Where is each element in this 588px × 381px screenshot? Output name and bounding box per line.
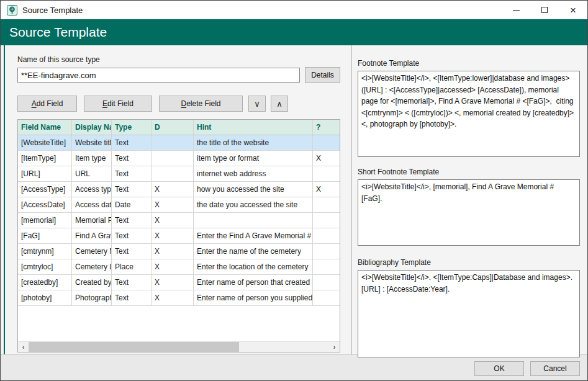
scroll-right-button[interactable]: ›: [329, 342, 340, 352]
table-cell: [cmtrynm]: [18, 244, 72, 259]
table-cell: Cemetery Na: [72, 244, 112, 259]
table-cell: Enter the location of the cemetery: [194, 259, 313, 274]
table-cell: [WebsiteTitle]: [18, 135, 72, 150]
short-footnote-template-label: Short Footnote Template: [358, 168, 580, 176]
chevron-down-icon: ∨: [254, 99, 260, 109]
table-cell: [313, 244, 340, 259]
source-template-dialog: Source Template × Source Template Name o…: [0, 0, 588, 381]
table-cell: the title of the website: [194, 135, 313, 150]
table-cell: X: [152, 275, 194, 290]
table-cell: internet web address: [194, 166, 313, 181]
table-cell: X: [152, 290, 194, 305]
table-cell: X: [152, 182, 194, 197]
cancel-button[interactable]: Cancel: [530, 361, 580, 376]
table-row[interactable]: [createdby]Created byTextXEnter name of …: [18, 275, 340, 290]
table-cell: [cmtryloc]: [18, 259, 72, 274]
horizontal-scrollbar[interactable]: ‹ ›: [18, 341, 340, 352]
column-header: Field Name: [18, 120, 72, 135]
table-row[interactable]: [ItemType]Item typeTextitem type or form…: [18, 151, 340, 166]
table-cell: [photoby]: [18, 290, 72, 305]
table-cell: [313, 135, 340, 150]
table-row[interactable]: [FaG]Find A GraveTextXEnter the Find A G…: [18, 228, 340, 244]
table-cell: [152, 135, 194, 150]
table-cell: Date: [112, 197, 152, 212]
move-field-up-button[interactable]: ∧: [271, 96, 288, 112]
table-cell: X: [152, 244, 194, 259]
table-cell: Text: [112, 275, 152, 290]
table-cell: [313, 275, 340, 290]
table-empty-area: [18, 306, 340, 341]
edit-field-button[interactable]: Edit Field: [84, 96, 152, 112]
move-field-down-button[interactable]: ∨: [248, 96, 266, 112]
table-cell: Enter the name of the cemetery: [194, 244, 313, 259]
templates-pane: Footnote Template <i>[WebsiteTitle]</i>,…: [352, 45, 587, 354]
table-cell: X: [152, 197, 194, 212]
footnote-template-input[interactable]: <i>[WebsiteTitle]</i>, <[ItemType:lower]…: [358, 71, 580, 157]
table-row[interactable]: [memorial]Memorial PaTextX: [18, 213, 340, 228]
table-row[interactable]: [URL]URLTextinternet web address: [18, 166, 340, 182]
table-cell: Memorial Pa: [72, 213, 112, 228]
scrollbar-track[interactable]: [29, 342, 329, 352]
footnote-template-label: Footnote Template: [358, 59, 580, 68]
table-body: [WebsiteTitle]Website titleTextthe title…: [18, 135, 340, 306]
table-cell: Cemetery Lo: [72, 259, 112, 274]
window-title: Source Template: [22, 6, 502, 15]
table-cell: [313, 259, 340, 274]
table-cell: Enter name of person that created m: [194, 275, 313, 290]
close-button[interactable]: ×: [559, 1, 587, 19]
bibliography-template-input[interactable]: <i>[WebsiteTitle]</i>. <[ItemType:Caps]|…: [358, 270, 580, 357]
short-footnote-template-input[interactable]: <i>[WebsiteTitle]</i>, [memorial], Find …: [358, 179, 580, 246]
table-cell: [152, 166, 194, 181]
table-cell: URL: [72, 166, 112, 181]
table-cell: Text: [112, 135, 152, 150]
table-cell: [AccessType]: [18, 182, 72, 197]
table-cell: Text: [112, 244, 152, 259]
source-type-name-input[interactable]: [17, 68, 300, 83]
table-cell: Text: [112, 228, 152, 243]
table-cell: the date you accessed the site: [194, 197, 313, 212]
content-area: Name of this source type Details Add Fie…: [1, 45, 587, 354]
table-cell: X: [152, 259, 194, 274]
source-type-name-label: Name of this source type: [17, 55, 340, 64]
table-cell: Access date: [72, 197, 112, 212]
table-header-row: Field NameDisplay NameTypeDHint?: [18, 120, 340, 135]
table-cell: Photograph: [72, 290, 112, 305]
minimize-button[interactable]: [502, 1, 530, 19]
table-cell: [AccessDate]: [18, 197, 72, 212]
delete-field-button[interactable]: Delete Field: [159, 96, 243, 112]
add-field-button[interactable]: Add Field: [17, 96, 77, 112]
scroll-left-button[interactable]: ‹: [18, 342, 29, 352]
table-cell: [memorial]: [18, 213, 72, 228]
fields-pane: Name of this source type Details Add Fie…: [1, 45, 351, 354]
table-cell: [194, 213, 313, 228]
table-cell: how you accessed the site: [194, 182, 313, 197]
table-cell: X: [313, 182, 340, 197]
table-row[interactable]: [WebsiteTitle]Website titleTextthe title…: [18, 135, 340, 151]
details-button[interactable]: Details: [305, 67, 340, 83]
table-cell: Text: [112, 182, 152, 197]
column-header: ?: [313, 120, 340, 135]
title-bar: Source Template ×: [1, 1, 587, 19]
table-cell: X: [152, 228, 194, 243]
table-cell: Find A Grave: [72, 228, 112, 243]
field-toolbar: Add Field Edit Field Delete Field ∨ ∧: [17, 96, 340, 112]
ok-button[interactable]: OK: [474, 361, 524, 376]
maximize-button[interactable]: [530, 1, 559, 19]
table-row[interactable]: [photoby]PhotographTextXEnter name of pe…: [18, 290, 340, 306]
fields-table: Field NameDisplay NameTypeDHint? [Websit…: [17, 119, 340, 352]
table-cell: Enter the Find A Grave Memorial #: [194, 228, 313, 243]
scrollbar-thumb[interactable]: [29, 342, 239, 352]
table-cell: X: [313, 151, 340, 166]
table-cell: [152, 151, 194, 166]
tree-icon: [7, 5, 17, 16]
table-cell: [313, 166, 340, 181]
table-row[interactable]: [AccessType]Access typeTextXhow you acce…: [18, 182, 340, 197]
table-row[interactable]: [cmtrynm]Cemetery NaTextXEnter the name …: [18, 244, 340, 259]
table-cell: [ItemType]: [18, 151, 72, 166]
column-header: Display Name: [72, 120, 112, 135]
table-cell: Text: [112, 213, 152, 228]
table-cell: [FaG]: [18, 228, 72, 243]
table-cell: Enter name of person you supplied p: [194, 290, 313, 305]
table-row[interactable]: [AccessDate]Access dateDateXthe date you…: [18, 197, 340, 213]
table-row[interactable]: [cmtryloc]Cemetery LoPlaceXEnter the loc…: [18, 259, 340, 275]
